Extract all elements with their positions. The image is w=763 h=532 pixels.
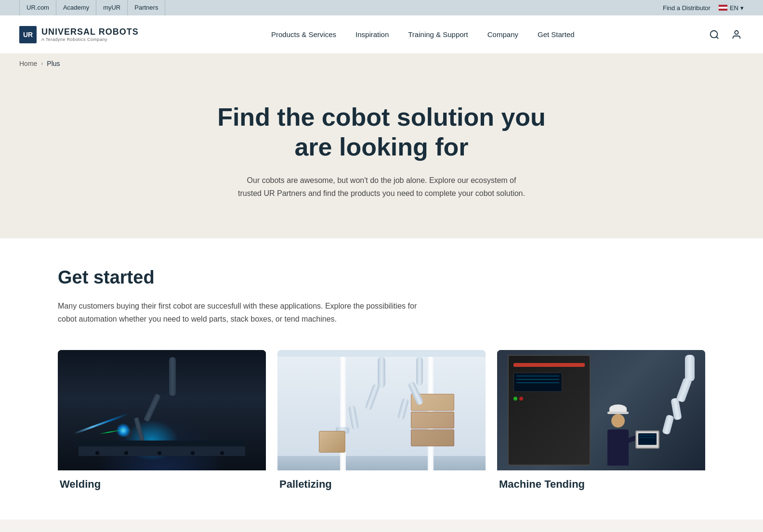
- breadcrumb-home[interactable]: Home: [19, 60, 37, 67]
- hero-title: Find the cobot solution you are looking …: [213, 102, 550, 162]
- machine-stripe: [513, 363, 585, 367]
- workpiece2: [79, 441, 245, 446]
- breadcrumb: Home › Plus: [0, 54, 763, 73]
- language-label: EN: [730, 4, 738, 12]
- breadcrumb-current: Plus: [47, 60, 60, 67]
- top-bar-right: Find a Distributor EN ▾: [663, 4, 744, 12]
- top-bar-links: UR.com Academy myUR Partners: [19, 0, 165, 15]
- user-account-button[interactable]: [729, 27, 744, 42]
- card-palletizing[interactable]: Palletizing: [277, 350, 486, 491]
- robot-arm1: [144, 393, 161, 422]
- cnc-machine: [508, 355, 591, 466]
- tablet-line2: [639, 437, 656, 438]
- card-welding-label: Welding: [58, 478, 266, 491]
- nav-inspiration[interactable]: Inspiration: [346, 15, 398, 54]
- card-machine-image: [497, 350, 705, 470]
- user-icon: [731, 29, 742, 40]
- hole2: [124, 451, 128, 455]
- btn-red: [519, 397, 523, 401]
- topbar-link-partners[interactable]: Partners: [128, 0, 165, 15]
- svg-point-0: [710, 30, 718, 38]
- ceiling: [277, 350, 486, 357]
- cards-grid: Welding: [58, 350, 705, 491]
- nav-company[interactable]: Company: [478, 15, 528, 54]
- topbar-link-urcom[interactable]: UR.com: [19, 0, 56, 15]
- hero-description: Our cobots are awesome, but won't do the…: [237, 174, 526, 200]
- cobot-arm1: [365, 383, 380, 410]
- screen-line1: [516, 376, 559, 376]
- card-machine-tending-label: Machine Tending: [497, 478, 705, 491]
- nav-icons: [707, 27, 744, 42]
- flag-icon: [718, 4, 728, 11]
- card-welding-image: [58, 350, 266, 470]
- robot-body: [169, 357, 176, 396]
- box-row3: [411, 429, 454, 446]
- tablet-screen: [638, 433, 657, 445]
- pallet-scene: [277, 350, 486, 470]
- machine-buttons: [513, 397, 523, 401]
- search-icon: [709, 29, 720, 40]
- btn-green: [513, 397, 517, 401]
- hole5: [220, 451, 224, 455]
- cobot-seg3: [662, 414, 674, 435]
- tablet-line1: [639, 435, 656, 436]
- hard-hat: [609, 404, 627, 413]
- hole1: [95, 451, 99, 455]
- hero-section: Find the cobot solution you are looking …: [0, 73, 763, 238]
- cobot2-arm2: [397, 397, 409, 420]
- nav-get-started[interactable]: Get Started: [528, 15, 584, 54]
- topbar-link-academy[interactable]: Academy: [56, 0, 96, 15]
- breadcrumb-separator: ›: [41, 60, 43, 67]
- nav-training-support[interactable]: Training & Support: [398, 15, 478, 54]
- section-title: Get started: [58, 267, 705, 288]
- top-bar: UR.com Academy myUR Partners Find a Dist…: [0, 0, 763, 15]
- hole3: [158, 451, 161, 455]
- svg-point-2: [735, 30, 738, 34]
- box-row2: [411, 412, 454, 428]
- cobot-body: [685, 355, 695, 381]
- logo-name: UNIVERSAL ROBOTS: [41, 27, 139, 37]
- nav-products-services[interactable]: Products & Services: [262, 15, 346, 54]
- main-nav: UR UNIVERSAL ROBOTS A Teradyne Robotics …: [0, 15, 763, 54]
- chevron-down-icon: ▾: [740, 4, 744, 12]
- hat-brim: [607, 412, 629, 414]
- head: [611, 414, 625, 428]
- machine-scene: [497, 350, 705, 470]
- card-palletizing-image: [277, 350, 486, 470]
- nav-links: Products & Services Inspiration Training…: [262, 15, 584, 54]
- cobot2-main: [416, 357, 423, 386]
- cobot-arm2: [348, 405, 359, 430]
- search-button[interactable]: [707, 27, 722, 42]
- welding-scene: [58, 350, 266, 470]
- get-started-section: Get started Many customers buying their …: [0, 238, 763, 519]
- logo-sub: A Teradyne Robotics Company: [41, 37, 139, 42]
- robot-arm2: [134, 417, 145, 441]
- svg-line-1: [716, 37, 718, 39]
- card-palletizing-label: Palletizing: [277, 478, 486, 491]
- logo-symbol: UR: [19, 26, 37, 43]
- body: [607, 429, 629, 466]
- logo-text: UNIVERSAL ROBOTS A Teradyne Robotics Com…: [41, 27, 139, 42]
- section-description: Many customers buying their first cobot …: [58, 299, 434, 325]
- card-welding[interactable]: Welding: [58, 350, 266, 491]
- cobot-main: [378, 357, 385, 388]
- screen-line2: [516, 379, 559, 380]
- screen-line3: [516, 382, 559, 383]
- card-machine-tending[interactable]: Machine Tending: [497, 350, 705, 491]
- find-distributor-link[interactable]: Find a Distributor: [663, 4, 710, 12]
- topbar-link-myur[interactable]: myUR: [96, 0, 128, 15]
- floor: [277, 456, 486, 470]
- cobot-seg1: [676, 377, 692, 402]
- language-selector[interactable]: EN ▾: [718, 4, 744, 12]
- box-held: [319, 431, 345, 453]
- person: [604, 404, 632, 466]
- machine-screen: [513, 373, 562, 392]
- tablet: [635, 430, 659, 449]
- logo[interactable]: UR UNIVERSAL ROBOTS A Teradyne Robotics …: [19, 26, 139, 43]
